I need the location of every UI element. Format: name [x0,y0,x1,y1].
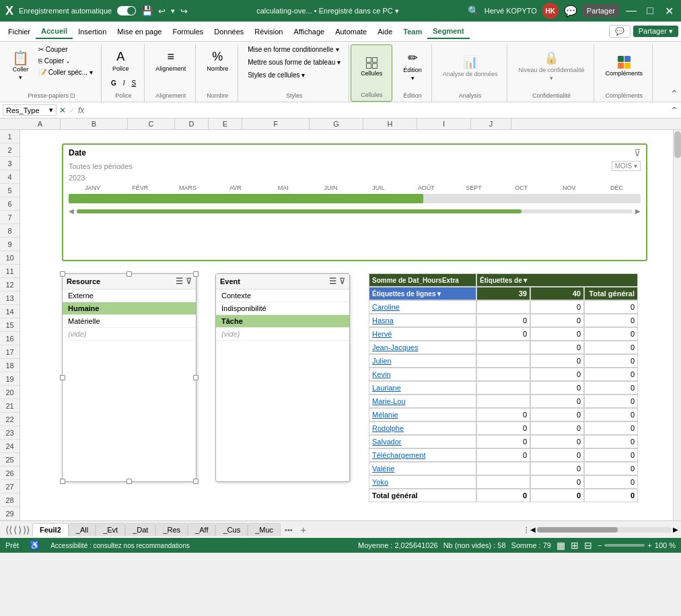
pivot-name-julien[interactable]: Julien [369,354,476,368]
pivot-name-jean-jacques[interactable]: Jean-Jacques [369,341,476,354]
nav-next-icon[interactable]: ⟩ [18,524,22,535]
scroll-left-arrow[interactable]: ◀ [530,526,536,533]
nav-first-icon[interactable]: ⟨⟨ [5,524,12,535]
partager-button[interactable]: Partager ▾ [633,26,678,37]
row-header-27[interactable]: 27 [0,480,20,493]
couper-button[interactable]: ✂ Couper [36,44,96,55]
underline-button[interactable]: S [129,78,139,88]
handle-tm[interactable] [127,271,132,277]
nombre-button[interactable]: % Nombre [203,44,232,77]
pivot-name-herve[interactable]: Hervé [369,327,476,341]
maximize-button[interactable]: □ [643,4,657,18]
menu-mise-en-page[interactable]: Mise en page [112,25,167,38]
pivot-name-yoko[interactable]: Yoko [369,475,476,489]
cancel-icon[interactable]: ✓ [69,106,75,115]
menu-accueil[interactable]: Accueil [36,24,73,39]
menu-segment[interactable]: Segment [427,24,469,39]
edition-button[interactable]: ✏ Édition ▾ [399,44,426,88]
event-item-contexte[interactable]: Contexte [216,289,349,302]
resource-item-humaine[interactable]: Humaine [63,302,196,315]
col-header-f[interactable]: F [242,118,310,129]
handle-mr[interactable] [193,375,199,380]
comments-button[interactable]: 💬 [609,25,631,38]
alignement-button[interactable]: ≡ Alignement [151,44,190,77]
bold-button[interactable]: G [108,78,119,88]
event-item-indisponibilite[interactable]: Indisponibilité [216,302,349,315]
row-header-14[interactable]: 14 [0,305,20,318]
handle-br[interactable] [193,479,199,484]
pivot-name-rodolphe[interactable]: Rodolphe [369,421,476,435]
handle-tr[interactable] [193,271,199,277]
row-header-2[interactable]: 2 [0,143,20,157]
col-header-i[interactable]: I [417,118,471,129]
resource-multiselect-icon[interactable]: ☰ [176,277,183,286]
row-header-24[interactable]: 24 [0,440,20,453]
menu-aide[interactable]: Aide [372,25,398,38]
name-box[interactable]: Res_Type ▾ [3,104,57,116]
nav-last-icon[interactable]: ⟩⟩ [23,524,30,535]
handle-tl[interactable] [60,271,65,277]
horizontal-scrollbar[interactable]: ◀ ▶ [530,526,678,533]
event-filter-icon[interactable]: ⊽ [339,277,345,286]
zoom-control[interactable]: − + 100 % [598,541,676,549]
checkmark-icon[interactable]: ✕ [59,106,66,115]
redo-icon[interactable]: ↪ [180,6,188,16]
row-header-25[interactable]: 25 [0,453,20,467]
date-bar-container[interactable] [63,191,646,206]
view-layout-icon[interactable]: ⊞ [571,540,579,551]
comment-button[interactable]: 💬 [564,4,577,18]
menu-donnees[interactable]: Données [209,25,249,38]
vertical-scroll-thumb[interactable] [674,131,681,158]
save-icon[interactable]: 💾 [141,5,153,16]
scroll-right-icon[interactable]: ▶ [635,207,641,215]
date-scroll-thumb[interactable] [77,209,522,213]
fx-icon[interactable]: fx [78,106,84,115]
search-icon[interactable]: 🔍 [468,5,479,16]
resource-item-externe[interactable]: Externe [63,289,196,302]
pivot-name-valerie[interactable]: Valérie [369,462,476,475]
name-box-arrow[interactable]: ▾ [49,106,53,114]
pivot-name-melanie[interactable]: Mélanie [369,408,476,421]
col-header-d[interactable]: D [175,118,209,129]
handle-bm[interactable] [127,479,132,484]
date-filter-icon[interactable]: ⊽ [634,147,641,158]
analyse-donnees-button[interactable]: 📊 Analyse de données [439,44,502,88]
row-header-11[interactable]: 11 [0,265,20,278]
formula-input[interactable] [87,106,668,114]
menu-team[interactable]: Team [398,25,427,38]
resource-filter-icon[interactable]: ⊽ [186,277,192,286]
row-header-10[interactable]: 10 [0,251,20,265]
menu-insertion[interactable]: Insertion [73,25,112,38]
police-button[interactable]: A Police [108,44,133,77]
row-header-1[interactable]: 1 [0,130,20,143]
row-header-12[interactable]: 12 [0,278,20,292]
h-scroll-track[interactable] [537,527,672,533]
confidentialite-button[interactable]: 🔒 Niveau de confidentialité ▾ [514,44,588,88]
date-bar-fill[interactable] [69,194,423,203]
tab-all[interactable]: _All [69,523,96,536]
row-header-23[interactable]: 23 [0,426,20,440]
row-header-5[interactable]: 5 [0,184,20,197]
pivot-name-caroline[interactable]: Caroline [369,300,476,314]
row-header-15[interactable]: 15 [0,318,20,332]
add-sheet-button[interactable]: + [297,523,310,537]
pivot-name-lauriane[interactable]: Lauriane [369,381,476,395]
zoom-in-icon[interactable]: + [647,541,651,549]
event-item-tache[interactable]: Tâche [216,315,349,328]
formula-expand-icon[interactable]: ⌃ [670,105,678,116]
tab-res[interactable]: _Res [155,523,188,536]
resource-item-materielle[interactable]: Matérielle [63,315,196,328]
row-header-19[interactable]: 19 [0,372,20,386]
row-header-21[interactable]: 21 [0,399,20,413]
date-scroll-track[interactable] [77,209,633,213]
menu-affichage[interactable]: Affichage [288,25,330,38]
avatar[interactable]: HK [542,3,559,19]
date-bar[interactable] [69,194,641,203]
menu-automate[interactable]: Automate [330,25,372,38]
zoom-out-icon[interactable]: − [598,541,602,549]
more-tabs-button[interactable]: ••• [281,524,297,535]
tab-muc[interactable]: _Muc [248,523,281,536]
close-button[interactable]: ✕ [662,4,676,18]
handle-bl[interactable] [60,479,65,484]
col-header-g[interactable]: G [310,118,363,129]
